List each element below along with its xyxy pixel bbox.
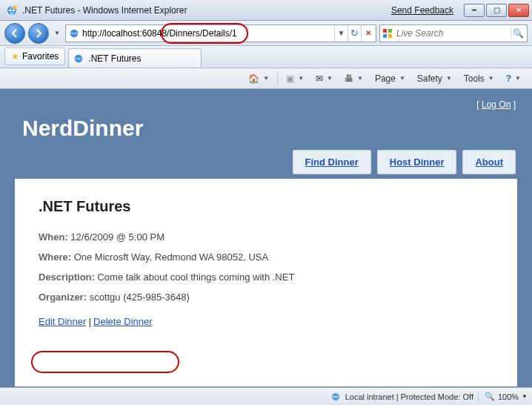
svg-rect-5 <box>383 34 387 38</box>
nav-host-dinner[interactable]: Host Dinner <box>377 150 457 174</box>
browser-tab[interactable]: .NET Futures <box>68 48 202 68</box>
annotation-oval-actions <box>31 351 179 373</box>
back-button[interactable] <box>4 23 25 44</box>
where-label: Where: <box>39 251 71 263</box>
svg-rect-3 <box>383 29 387 33</box>
safety-menu-label: Safety <box>417 73 442 84</box>
page-icon <box>67 28 81 39</box>
print-icon: 🖶 <box>345 73 353 84</box>
print-button[interactable]: 🖶▼ <box>339 70 368 87</box>
rss-icon: ▣ <box>286 73 294 84</box>
help-button[interactable]: ?▼ <box>501 70 526 87</box>
search-go-button[interactable]: 🔍 <box>511 28 525 39</box>
zone-icon <box>330 392 341 402</box>
description-value: Come talk about cool things coming with … <box>97 271 294 283</box>
search-placeholder: Live Search <box>396 28 508 39</box>
description-label: Description: <box>39 271 95 283</box>
organizer-label: Organizer: <box>39 292 87 303</box>
action-links: Edit Dinner | Delete Dinner <box>39 316 493 327</box>
delete-dinner-link[interactable]: Delete Dinner <box>93 316 153 327</box>
tab-row: ★ Favorites .NET Futures <box>0 46 532 68</box>
when-value: 12/6/2009 @ 5:00 PM <box>70 231 164 243</box>
svg-rect-4 <box>388 29 392 33</box>
edit-dinner-link[interactable]: Edit Dinner <box>39 316 86 327</box>
nav-about[interactable]: About <box>462 150 516 174</box>
search-bar[interactable]: Live Search 🔍 <box>379 24 528 42</box>
home-button[interactable]: 🏠▼ <box>243 70 274 87</box>
logon-link[interactable]: Log On <box>482 99 511 110</box>
safety-menu[interactable]: Safety▼ <box>412 70 457 87</box>
where-value: One Microsft Way, Redmond WA 98052, USA <box>74 251 269 263</box>
live-search-icon <box>382 27 393 39</box>
svg-point-1 <box>13 5 17 9</box>
window-titlebar: .NET Futures - Windows Internet Explorer… <box>0 0 532 21</box>
home-icon: 🏠 <box>248 73 259 84</box>
navigation-bar: ▼ http://localhost:60848/Dinners/Details… <box>0 21 532 46</box>
mail-icon: ✉ <box>316 73 323 84</box>
site-brand: NerdDinner <box>9 110 523 150</box>
feeds-button[interactable]: ▣▼ <box>281 70 309 87</box>
nav-history-dropdown[interactable]: ▼ <box>52 30 62 36</box>
chevron-down-icon: ▼ <box>522 393 528 400</box>
dinner-title: .NET Futures <box>39 198 493 215</box>
close-button[interactable]: ✕ <box>508 4 529 17</box>
mail-button[interactable]: ✉▼ <box>310 70 338 87</box>
page-menu[interactable]: Page▼ <box>370 70 410 87</box>
page-menu-label: Page <box>375 73 396 84</box>
command-bar: 🏠▼ ▣▼ ✉▼ 🖶▼ Page▼ Safety▼ Tools▼ ?▼ <box>0 68 532 89</box>
tab-page-icon <box>73 53 84 64</box>
star-icon: ★ <box>11 51 19 62</box>
address-dropdown[interactable]: ▼ <box>334 25 348 42</box>
refresh-button[interactable]: ↻ <box>348 25 361 42</box>
help-icon: ? <box>506 73 511 84</box>
stop-button[interactable]: ✕ <box>361 25 374 42</box>
tab-label: .NET Futures <box>88 53 141 64</box>
minimize-button[interactable]: ━ <box>464 4 485 17</box>
window-title: .NET Futures - Windows Internet Explorer <box>22 5 387 16</box>
page-viewport: [ Log On ] NerdDinner Find Dinner Host D… <box>0 89 532 387</box>
login-status: [ Log On ] <box>9 95 523 110</box>
svg-rect-6 <box>388 34 392 38</box>
site-nav: Find Dinner Host Dinner About <box>9 150 523 179</box>
ie-icon <box>6 4 18 16</box>
address-bar[interactable]: http://localhost:60848/Dinners/Details/1… <box>65 24 376 42</box>
favorites-label: Favorites <box>22 51 59 62</box>
nav-find-dinner[interactable]: Find Dinner <box>293 150 371 174</box>
tools-menu[interactable]: Tools▼ <box>459 70 499 87</box>
security-zone: Local intranet | Protected Mode: Off <box>345 392 473 401</box>
address-text[interactable]: http://localhost:60848/Dinners/Details/1 <box>81 28 334 39</box>
send-feedback-link[interactable]: Send Feedback <box>391 5 453 16</box>
zoom-value: 100% <box>498 392 519 401</box>
tools-menu-label: Tools <box>464 73 485 84</box>
content-card: .NET Futures When: 12/6/2009 @ 5:00 PM W… <box>15 179 517 386</box>
separator <box>277 72 278 85</box>
zoom-control[interactable]: 🔍 100% ▼ <box>478 392 528 401</box>
when-label: When: <box>39 231 68 243</box>
maximize-button[interactable]: ▢ <box>486 4 507 17</box>
action-separator: | <box>86 317 93 327</box>
favorites-button[interactable]: ★ Favorites <box>4 47 65 65</box>
organizer-value: scottgu (425-985-3648) <box>90 292 190 303</box>
status-bar: Local intranet | Protected Mode: Off 🔍 1… <box>0 387 532 405</box>
zoom-icon: 🔍 <box>485 392 495 401</box>
forward-button[interactable] <box>28 23 49 44</box>
